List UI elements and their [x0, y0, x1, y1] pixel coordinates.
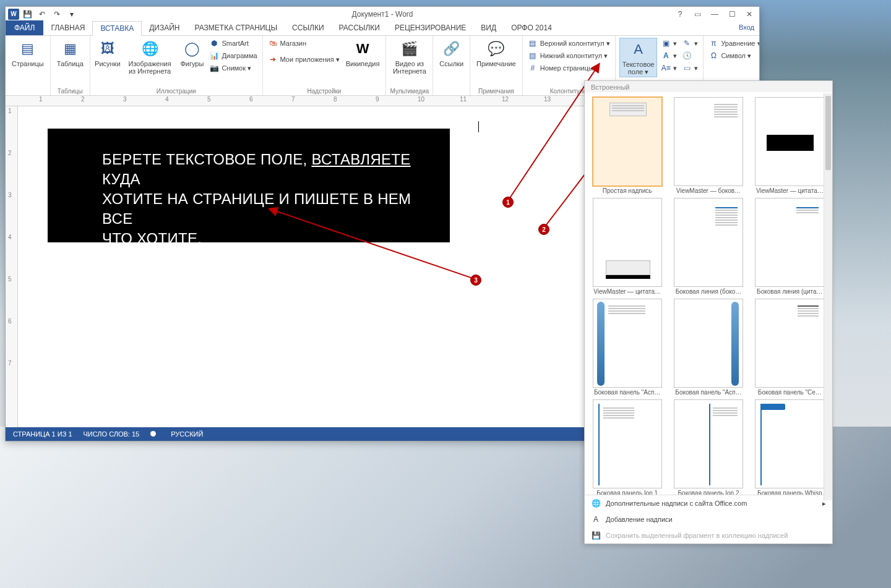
- vruler-tick: 2: [8, 150, 12, 156]
- wikipedia-button[interactable]: WВикипедия: [343, 38, 382, 69]
- page-number-button[interactable]: #Номер страницы ▾: [527, 62, 611, 74]
- gallery-thumb: [593, 399, 662, 488]
- vruler-tick: 7: [8, 360, 12, 367]
- gallery-header: Встроенный: [585, 81, 832, 92]
- vruler-tick: 3: [8, 192, 12, 198]
- my-apps-button[interactable]: ➜Мои приложения ▾: [267, 54, 341, 65]
- tab-view[interactable]: ВИД: [473, 20, 504, 35]
- footer-button[interactable]: ▤Нижний колонтитул ▾: [527, 50, 611, 61]
- status-page[interactable]: СТРАНИЦА 1 ИЗ 1: [13, 430, 72, 438]
- textbox-underline: ВСТАВЛЯЕТЕ: [311, 151, 410, 168]
- ruler-tick: 8: [334, 96, 337, 103]
- store-button[interactable]: 🛍Магазин: [267, 38, 341, 49]
- pictures-button[interactable]: 🖼Рисунки: [94, 38, 121, 69]
- gallery-item[interactable]: ViewMaster — цитата…: [751, 97, 829, 194]
- smartart-icon: ⬢: [209, 38, 219, 48]
- tab-page-layout[interactable]: РАЗМЕТКА СТРАНИЦЫ: [187, 20, 285, 35]
- wikipedia-icon: W: [353, 39, 372, 59]
- gallery-item[interactable]: Боковая панель "Се…: [751, 299, 829, 396]
- status-macro[interactable]: [150, 430, 160, 438]
- title-bar: W 💾 ↶ ↷ ▾ Документ1 - Word ? ▭ — ☐ ✕: [6, 7, 759, 21]
- symbol-icon: Ω: [708, 51, 718, 61]
- gallery-item-label: ViewMaster — цитата…: [593, 288, 661, 295]
- drop-cap-button[interactable]: A≡▾: [660, 62, 678, 74]
- text-cursor: [478, 121, 479, 132]
- equation-icon: π: [708, 38, 718, 48]
- textbox-line: ЧТО ХОТИТЕ.: [102, 230, 202, 247]
- vruler-tick: 5: [8, 276, 12, 283]
- page-number-icon: #: [528, 63, 538, 73]
- smartart-button[interactable]: ⬢SmartArt: [208, 38, 258, 49]
- gallery-item[interactable]: Боковая панель "Асп…: [669, 299, 747, 396]
- vertical-ruler[interactable]: 1234567: [6, 106, 18, 427]
- symbol-button[interactable]: ΩСимвол ▾: [707, 50, 759, 61]
- status-language[interactable]: РУССКИЙ: [171, 430, 203, 438]
- tab-design[interactable]: ДИЗАЙН: [142, 20, 187, 35]
- comment-button[interactable]: 💬Примечание: [474, 38, 519, 69]
- minimize-button[interactable]: —: [706, 8, 723, 20]
- online-pictures-button[interactable]: 🌐Изображения из Интернета: [124, 38, 176, 76]
- text-box-button[interactable]: AТекстовое поле ▾: [619, 38, 658, 77]
- gallery-item-label: Боковая панель "Се…: [758, 389, 822, 396]
- gallery-item[interactable]: Боковая панель Ion 2: [669, 399, 747, 495]
- gallery-item[interactable]: Боковая линия (боко…: [669, 198, 747, 295]
- gallery-item[interactable]: Боковая панель "Асп…: [588, 299, 666, 396]
- draw-textbox-icon: A: [591, 514, 601, 524]
- gallery-scrollbar[interactable]: [824, 93, 832, 500]
- pages-button[interactable]: ▤ Страницы: [9, 38, 46, 69]
- redo-icon[interactable]: ↷: [50, 8, 64, 20]
- tab-mailings[interactable]: РАССЫЛКИ: [332, 20, 387, 35]
- gallery-thumb: [755, 399, 824, 488]
- online-video-button[interactable]: 🎬Видео из Интернета: [390, 38, 429, 76]
- gallery-item[interactable]: ViewMaster — боков…: [669, 97, 747, 194]
- status-word-count[interactable]: ЧИСЛО СЛОВ: 15: [84, 430, 140, 438]
- date-time-button[interactable]: 🕓: [681, 50, 699, 61]
- tab-references[interactable]: ССЫЛКИ: [285, 20, 331, 35]
- ribbon-display-options-button[interactable]: ▭: [689, 8, 706, 20]
- group-addins: 🛍Магазин ➜Мои приложения ▾ WВикипедия На…: [263, 36, 387, 96]
- gallery-more-online[interactable]: 🌐Дополнительные надписи с сайта Office.c…: [585, 495, 832, 511]
- quick-parts-button[interactable]: ▣▾: [660, 38, 678, 49]
- equation-button[interactable]: πУравнение ▾: [707, 38, 759, 49]
- gallery-item[interactable]: ViewMaster — цитата…: [588, 198, 666, 295]
- header-button[interactable]: ▤Верхний колонтитул ▾: [527, 38, 611, 49]
- gallery-item-label: Боковая панель Ion 2: [678, 490, 739, 495]
- date-time-icon: 🕓: [682, 51, 692, 61]
- file-tab[interactable]: ФАЙЛ: [6, 20, 43, 35]
- table-button[interactable]: ▦ Таблица: [54, 38, 86, 69]
- tab-review[interactable]: РЕЦЕНЗИРОВАНИЕ: [387, 20, 473, 35]
- shapes-button[interactable]: ◯Фигуры: [178, 38, 205, 69]
- undo-icon[interactable]: ↶: [35, 8, 49, 20]
- sign-in-link[interactable]: Вход: [739, 23, 754, 31]
- qat-dropdown-icon[interactable]: ▾: [65, 8, 79, 20]
- gallery-item[interactable]: Боковая панель Ion 1: [588, 399, 666, 495]
- close-button[interactable]: ✕: [741, 8, 758, 20]
- inserted-text-box[interactable]: БЕРЕТЕ ТЕКСТОВОЕ ПОЛЕ, ВСТАВЛЯЕТЕ КУДА Х…: [48, 129, 450, 242]
- chart-button[interactable]: 📊Диаграмма: [208, 50, 258, 61]
- help-button[interactable]: ?: [671, 8, 689, 20]
- video-icon: 🎬: [400, 39, 420, 59]
- tab-insert[interactable]: ВСТАВКА: [92, 21, 142, 36]
- screenshot-button[interactable]: 📷Снимок ▾: [208, 62, 258, 74]
- gallery-footer: 🌐Дополнительные надписи с сайта Office.c…: [585, 495, 832, 543]
- screenshot-icon: 📷: [209, 63, 219, 73]
- signature-line-button[interactable]: ✎▾: [681, 38, 699, 49]
- gallery-thumb: [674, 97, 743, 186]
- header-icon: ▤: [528, 38, 538, 48]
- gallery-item[interactable]: Боковая панель Whisp: [751, 399, 829, 495]
- ruler-tick: 5: [207, 96, 211, 103]
- quick-access-toolbar: W 💾 ↶ ↷ ▾: [6, 8, 79, 20]
- gallery-item[interactable]: Простая надпись: [588, 97, 666, 194]
- tab-home[interactable]: ГЛАВНАЯ: [43, 20, 92, 35]
- gallery-draw-textbox[interactable]: AДобавление надписи: [585, 511, 832, 527]
- object-button[interactable]: ▭▾: [681, 62, 699, 74]
- maximize-button[interactable]: ☐: [723, 8, 741, 20]
- gallery-thumb: [755, 299, 824, 388]
- links-button[interactable]: 🔗Ссылки: [437, 38, 466, 69]
- gallery-item[interactable]: Боковая линия (цита…: [751, 198, 829, 295]
- save-icon[interactable]: 💾: [20, 8, 34, 20]
- tab-orfo[interactable]: ОРФО 2014: [504, 20, 559, 35]
- wordart-button[interactable]: A▾: [660, 50, 678, 61]
- quick-parts-icon: ▣: [661, 38, 671, 48]
- gallery-thumb: [755, 198, 824, 287]
